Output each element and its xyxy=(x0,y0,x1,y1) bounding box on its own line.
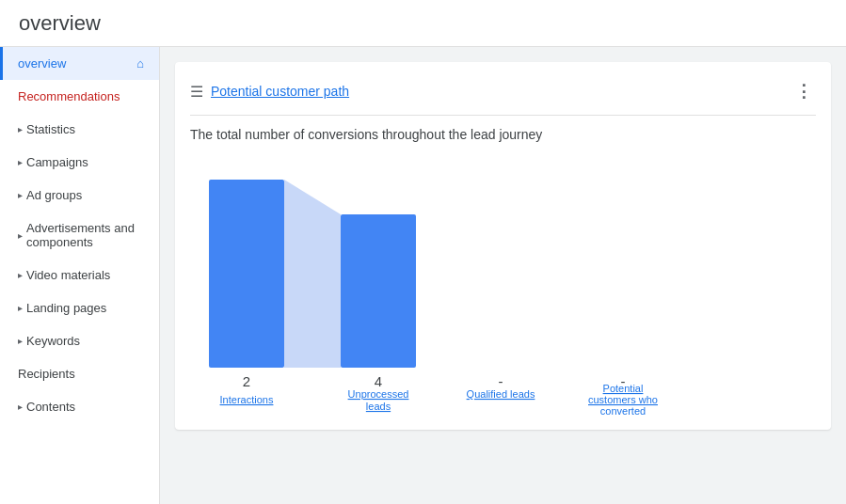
sidebar-item-statistics[interactable]: ▸Statistics xyxy=(0,113,159,146)
sidebar-item-label: Advertisements and components xyxy=(26,221,144,249)
chart-area: 2 4 - - Interactions Unprocessed leads Q… xyxy=(190,161,816,415)
sidebar-item-recommendations[interactable]: Recommendations xyxy=(0,80,159,113)
sidebar-item-video-materials[interactable]: ▸Video materials xyxy=(0,259,159,291)
sidebar-item-label: Keywords xyxy=(26,334,80,348)
card-header: ☰ Potential customer path ⋮ xyxy=(190,77,816,116)
page-title: overview xyxy=(19,11,101,36)
label-unprocessed-2[interactable]: leads xyxy=(366,401,391,412)
sidebar-item-label: Ad groups xyxy=(26,188,82,202)
sidebar-item-overview[interactable]: overview⌂ xyxy=(0,47,159,80)
top-bar: overview xyxy=(0,0,846,47)
card-header-left: ☰ Potential customer path xyxy=(190,83,349,101)
sidebar-item-label: Video materials xyxy=(26,268,110,282)
label-interactions[interactable]: Interactions xyxy=(220,394,274,405)
chevron-icon: ▸ xyxy=(18,157,23,167)
sidebar-item-label: Recipients xyxy=(18,367,75,381)
sidebar-item-keywords[interactable]: ▸Keywords xyxy=(0,324,159,357)
sidebar-item-label: Statistics xyxy=(26,122,75,136)
value-interactions: 2 xyxy=(243,373,250,389)
chevron-icon: ▸ xyxy=(18,270,23,280)
sidebar-item-label: Campaigns xyxy=(26,155,88,169)
sidebar-item-label: overview xyxy=(18,56,66,71)
home-icon: ⌂ xyxy=(136,56,144,71)
bar-unprocessed xyxy=(341,214,416,368)
card-title[interactable]: Potential customer path xyxy=(211,84,349,99)
sidebar: overview⌂Recommendations▸Statistics▸Camp… xyxy=(0,47,160,504)
sidebar-item-ad-groups[interactable]: ▸Ad groups xyxy=(0,179,159,212)
chart-description: The total number of conversions througho… xyxy=(190,127,816,142)
label-potential-3[interactable]: converted xyxy=(600,405,646,415)
bar-interactions xyxy=(209,180,284,368)
value-unprocessed: 4 xyxy=(375,373,382,389)
funnel-connector-1 xyxy=(284,180,341,368)
chevron-icon: ▸ xyxy=(18,230,23,241)
overview-card: ☰ Potential customer path ⋮ The total nu… xyxy=(175,62,831,430)
filter-icon: ☰ xyxy=(190,83,203,101)
label-unprocessed-1[interactable]: Unprocessed xyxy=(348,388,409,400)
chevron-icon: ▸ xyxy=(18,303,23,313)
sidebar-item-label: Recommendations xyxy=(18,89,120,103)
content-area: ☰ Potential customer path ⋮ The total nu… xyxy=(160,47,846,504)
chevron-icon: ▸ xyxy=(18,402,23,412)
label-potential-2[interactable]: customers who xyxy=(588,394,658,405)
chevron-icon: ▸ xyxy=(18,124,23,134)
sidebar-item-landing-pages[interactable]: ▸Landing pages xyxy=(0,291,159,324)
label-potential-1[interactable]: Potential xyxy=(603,383,644,394)
sidebar-item-contents[interactable]: ▸Contents xyxy=(0,390,159,423)
sidebar-item-advertisements[interactable]: ▸Advertisements and components xyxy=(0,212,159,259)
sidebar-item-campaigns[interactable]: ▸Campaigns xyxy=(0,146,159,179)
sidebar-item-recipients[interactable]: Recipients xyxy=(0,357,159,390)
more-options-icon[interactable]: ⋮ xyxy=(791,77,816,105)
value-qualified: - xyxy=(499,373,503,389)
sidebar-item-label: Landing pages xyxy=(26,301,106,315)
chevron-icon: ▸ xyxy=(18,190,23,200)
main-layout: overview⌂Recommendations▸Statistics▸Camp… xyxy=(0,47,846,504)
chevron-icon: ▸ xyxy=(18,336,23,346)
funnel-chart: 2 4 - - Interactions Unprocessed leads Q… xyxy=(190,161,679,415)
sidebar-item-label: Contents xyxy=(26,400,75,414)
label-qualified[interactable]: Qualified leads xyxy=(467,388,535,400)
